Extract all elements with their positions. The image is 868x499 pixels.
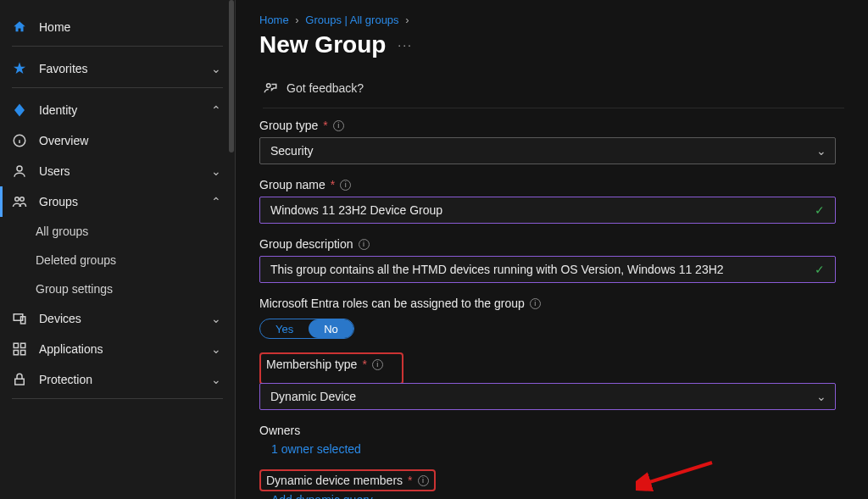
dynamic-members-label: Dynamic device members <box>266 474 403 487</box>
svg-point-13 <box>267 84 271 88</box>
check-icon: ✓ <box>815 203 825 217</box>
chevron-up-icon: ⌃ <box>211 195 221 208</box>
svg-point-5 <box>20 197 25 202</box>
membership-value: Dynamic Device <box>270 390 356 403</box>
devices-icon <box>12 311 27 326</box>
svg-line-14 <box>644 463 712 484</box>
sidebar-item-applications[interactable]: Applications ⌄ <box>0 334 235 364</box>
sidebar-item-devices[interactable]: Devices ⌄ <box>0 303 235 334</box>
group-desc-input[interactable]: This group contains all the HTMD devices… <box>259 256 836 283</box>
group-name-value: Windows 11 23H2 Device Group <box>270 203 442 217</box>
feedback-label: Got feedback? <box>287 81 364 95</box>
separator <box>12 398 223 399</box>
chevron-down-icon: ⌄ <box>211 164 221 178</box>
feedback-link[interactable]: Got feedback? <box>263 75 844 108</box>
group-type-value: Security <box>270 144 314 158</box>
add-dynamic-query-link[interactable]: Add dynamic query <box>271 493 844 499</box>
sidebar-label: All groups <box>36 225 88 238</box>
owners-link[interactable]: 1 owner selected <box>271 442 844 456</box>
chevron-down-icon: ⌄ <box>211 342 221 356</box>
check-icon: ✓ <box>815 263 825 276</box>
diamond-icon <box>12 103 27 118</box>
separator <box>12 46 223 47</box>
owners-label: Owners <box>259 424 844 437</box>
sidebar-label: Overview <box>39 134 88 147</box>
chevron-down-icon: ⌄ <box>211 312 221 325</box>
group-type-select[interactable]: Security ⌄ <box>259 137 836 164</box>
chevron-right-icon: › <box>405 14 409 26</box>
toggle-yes[interactable]: Yes <box>260 319 309 338</box>
sidebar-label: Home <box>39 20 70 34</box>
breadcrumb-groups[interactable]: Groups | All groups <box>305 14 398 26</box>
page-title: New Group <box>259 31 386 58</box>
required-marker: * <box>362 358 366 371</box>
sidebar-label: Users <box>39 164 70 178</box>
sidebar-item-protection[interactable]: Protection ⌄ <box>0 364 235 395</box>
breadcrumb-home[interactable]: Home <box>259 14 289 26</box>
more-menu[interactable]: ··· <box>398 38 413 52</box>
toggle-no[interactable]: No <box>309 319 353 338</box>
sidebar-item-favorites[interactable]: Favorites ⌄ <box>0 53 235 84</box>
main-content: Home › Groups | All groups › New Group ·… <box>236 0 868 499</box>
annotation-arrow <box>636 458 721 492</box>
info-icon[interactable]: i <box>530 298 541 309</box>
home-icon <box>12 19 27 35</box>
info-icon[interactable]: i <box>418 475 429 486</box>
apps-icon <box>12 341 27 357</box>
sidebar-label: Groups <box>39 195 78 208</box>
required-marker: * <box>323 119 327 132</box>
sidebar-item-overview[interactable]: Overview <box>0 125 235 156</box>
sidebar-item-group-settings[interactable]: Group settings <box>0 274 235 303</box>
group-name-label: Group name <box>259 178 326 191</box>
separator <box>12 87 223 88</box>
sidebar-label: Favorites <box>39 62 88 75</box>
user-icon <box>12 164 27 179</box>
chevron-up-icon: ⌃ <box>211 103 221 117</box>
sidebar-label: Group settings <box>36 282 113 296</box>
sidebar-item-deleted-groups[interactable]: Deleted groups <box>0 246 235 274</box>
sidebar-label: Devices <box>39 312 81 325</box>
info-icon <box>12 133 27 148</box>
svg-rect-9 <box>21 343 25 347</box>
sidebar-label: Protection <box>39 373 92 386</box>
svg-rect-11 <box>21 351 25 355</box>
info-icon[interactable]: i <box>340 180 351 191</box>
membership-label: Membership type <box>266 358 357 371</box>
sidebar-label: Applications <box>39 342 103 356</box>
group-name-input[interactable]: Windows 11 23H2 Device Group ✓ <box>259 197 836 224</box>
info-icon[interactable]: i <box>333 120 344 131</box>
info-icon[interactable]: i <box>372 359 383 370</box>
sidebar: Home Favorites ⌄ Identity ⌃ Overview Use… <box>0 0 236 499</box>
svg-rect-8 <box>14 343 18 347</box>
chevron-down-icon: ⌄ <box>211 373 221 386</box>
required-marker: * <box>408 474 412 487</box>
chevron-down-icon: ⌄ <box>816 390 826 403</box>
svg-point-3 <box>17 166 22 171</box>
group-desc-label: Group description <box>259 237 353 251</box>
sidebar-item-groups[interactable]: Groups ⌃ <box>0 186 235 217</box>
svg-rect-10 <box>14 351 18 355</box>
svg-point-4 <box>15 197 19 202</box>
star-icon <box>12 61 27 76</box>
sidebar-item-users[interactable]: Users ⌄ <box>0 156 235 186</box>
feedback-icon <box>263 80 278 96</box>
sidebar-item-all-groups[interactable]: All groups <box>0 217 235 246</box>
lock-icon <box>12 372 27 387</box>
highlight-box: Membership type * i <box>259 352 403 385</box>
roles-label: Microsoft Entra roles can be assigned to… <box>259 297 525 310</box>
sidebar-item-home[interactable]: Home <box>0 12 235 42</box>
membership-select[interactable]: Dynamic Device ⌄ <box>259 383 836 410</box>
breadcrumb: Home › Groups | All groups › <box>259 14 844 26</box>
sidebar-scrollbar[interactable] <box>229 0 234 152</box>
chevron-right-icon: › <box>295 14 298 26</box>
svg-rect-12 <box>15 379 25 385</box>
required-marker: * <box>331 178 335 191</box>
chevron-down-icon: ⌄ <box>211 62 221 75</box>
roles-toggle[interactable]: Yes No <box>259 319 354 339</box>
highlight-box: Dynamic device members * i <box>259 469 436 491</box>
sidebar-item-identity[interactable]: Identity ⌃ <box>0 95 235 125</box>
group-type-label: Group type <box>259 119 318 132</box>
sidebar-label: Identity <box>39 103 77 117</box>
sidebar-label: Deleted groups <box>36 253 116 267</box>
info-icon[interactable]: i <box>359 239 370 250</box>
